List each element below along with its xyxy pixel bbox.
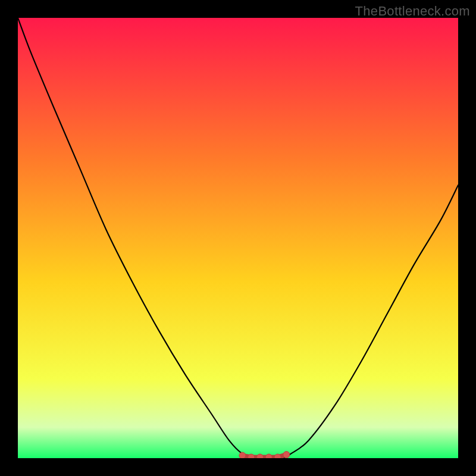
bottleneck-chart xyxy=(18,18,458,458)
chart-frame: TheBottleneck.com xyxy=(0,0,476,476)
optimal-zone-dot xyxy=(239,452,246,458)
optimal-zone-dot xyxy=(274,454,281,458)
optimal-zone-dot xyxy=(283,452,290,458)
optimal-zone-dot xyxy=(265,454,272,458)
watermark-text: TheBottleneck.com xyxy=(355,4,470,19)
plot-area xyxy=(18,18,458,458)
optimal-zone-dot xyxy=(248,454,255,458)
optimal-zone-dot xyxy=(257,454,264,458)
gradient-background xyxy=(18,18,458,458)
